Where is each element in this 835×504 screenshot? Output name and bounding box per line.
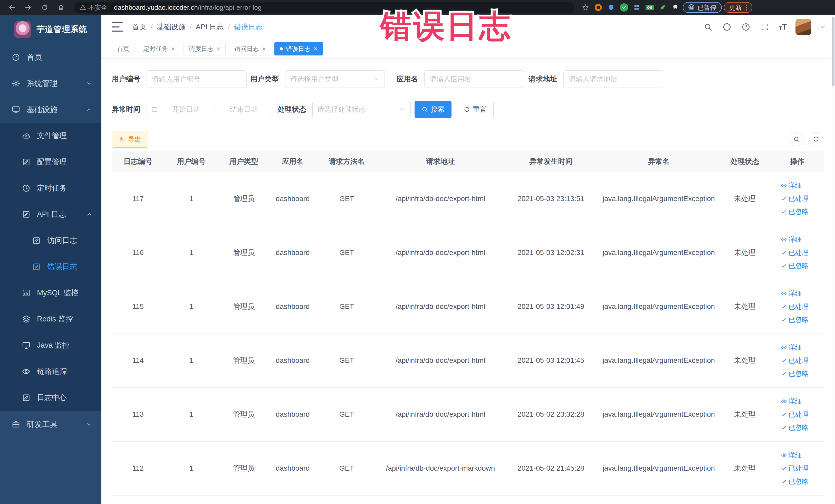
action-label: 已处理: [789, 302, 809, 311]
sidebar-item-scheduled-tasks[interactable]: 定时任务: [0, 175, 101, 201]
detail-link[interactable]: 详细: [781, 343, 802, 352]
font-size-icon[interactable]: TT: [779, 23, 787, 31]
ignored-link[interactable]: 已忽略: [781, 423, 809, 432]
sidebar-item-file-management[interactable]: 文件管理: [0, 123, 101, 149]
browser-menu-icon[interactable]: [746, 5, 747, 11]
breadcrumb-separator: /: [228, 23, 230, 31]
search-icon: [422, 106, 428, 113]
sidebar-item-log-center[interactable]: 日志中心: [0, 385, 101, 411]
close-icon[interactable]: ×: [171, 45, 175, 52]
table-row: 1171管理员dashboardGET/api/infra/db-doc/exp…: [111, 172, 824, 226]
tab-home[interactable]: 首页: [111, 42, 135, 56]
extension-leaf-icon[interactable]: [657, 2, 668, 13]
close-icon[interactable]: ×: [314, 45, 318, 52]
tab-schedule-log[interactable]: 调度日志 ×: [183, 42, 226, 56]
browser-reload-button[interactable]: [38, 2, 52, 13]
browser-home-button[interactable]: [54, 2, 68, 13]
detail-link[interactable]: 详细: [781, 397, 802, 406]
processed-link[interactable]: 已处理: [781, 410, 809, 419]
processed-link[interactable]: 已处理: [781, 302, 809, 311]
github-icon[interactable]: [722, 22, 732, 32]
chevron-down-icon: [373, 76, 380, 82]
sidebar-item-access-log[interactable]: 访问日志: [0, 227, 101, 254]
date-range-picker[interactable]: 开始日期 - 结束日期: [147, 101, 272, 118]
app-name-label: 应用名: [396, 74, 418, 84]
tab-access-log[interactable]: 访问日志 ×: [229, 42, 271, 56]
close-icon[interactable]: ×: [262, 45, 266, 52]
sidebar-item-api-log[interactable]: API 日志: [0, 201, 101, 227]
extension-shield-icon[interactable]: [606, 2, 616, 13]
sidebar-item-infrastructure[interactable]: 基础设施: [0, 97, 101, 123]
ignored-link[interactable]: 已忽略: [781, 315, 809, 324]
scrollbar-thumb[interactable]: [832, 17, 834, 86]
sidebar-item-redis-monitor[interactable]: Redis 监控: [0, 306, 101, 332]
processed-link[interactable]: 已处理: [781, 464, 809, 473]
request-url-label: 请求地址: [529, 74, 557, 84]
breadcrumb-item[interactable]: 首页: [132, 22, 147, 32]
refresh-table-button[interactable]: [809, 132, 823, 146]
extension-on-badge-icon[interactable]: on: [644, 2, 655, 13]
process-status-select[interactable]: 请选择处理状态: [312, 101, 411, 118]
processed-link[interactable]: 已处理: [781, 356, 809, 365]
extension-orange-icon[interactable]: [593, 2, 604, 13]
sidebar-item-java-monitor[interactable]: Java 监控: [0, 332, 101, 358]
action-label: 已处理: [789, 356, 809, 365]
extension-green-check-icon[interactable]: [618, 2, 629, 13]
user-type-select[interactable]: 请选择用户类型: [285, 70, 385, 88]
detail-link[interactable]: 详细: [781, 451, 802, 460]
ignored-link[interactable]: 已忽略: [781, 477, 809, 486]
help-icon[interactable]: [741, 22, 751, 32]
sidebar-item-trace[interactable]: 链路追踪: [0, 358, 101, 385]
avatar[interactable]: [795, 19, 811, 35]
processed-link[interactable]: 已处理: [781, 194, 809, 203]
reset-button[interactable]: 重置: [457, 101, 494, 118]
processed-link[interactable]: 已处理: [781, 248, 809, 257]
ignored-link[interactable]: 已忽略: [781, 207, 809, 216]
sidebar-item-home[interactable]: 首页: [0, 44, 101, 70]
cell-operations: 详细已处理已忽略: [771, 172, 824, 226]
extension-grid-icon[interactable]: [631, 2, 642, 13]
breadcrumb-item[interactable]: 基础设施: [157, 22, 186, 32]
ignored-link[interactable]: 已忽略: [781, 261, 809, 270]
column-header: 异常名: [598, 151, 719, 172]
sidebar-item-dev-tools[interactable]: 研发工具: [0, 411, 101, 438]
sidebar-item-system-management[interactable]: 系统管理: [0, 70, 101, 97]
sidebar-collapse-icon[interactable]: [111, 22, 123, 32]
sidebar-item-error-log[interactable]: 错误日志: [0, 254, 101, 280]
log-icon: [32, 236, 41, 245]
fullscreen-icon[interactable]: [760, 22, 770, 32]
extensions-puzzle-icon[interactable]: [670, 2, 681, 13]
app-logo[interactable]: 芋道管理系统: [0, 15, 101, 44]
browser-back-button[interactable]: [5, 2, 19, 13]
calendar-icon: [151, 106, 158, 113]
profile-paused-badge[interactable]: 😀 已暂停: [683, 2, 722, 13]
detail-link[interactable]: 详细: [781, 235, 802, 244]
search-button[interactable]: 搜索: [414, 101, 451, 118]
chevron-down-icon[interactable]: [820, 24, 826, 30]
app-name-input[interactable]: [424, 70, 524, 88]
refresh-icon: [464, 106, 470, 113]
cell-status: 未处理: [719, 280, 771, 334]
sidebar-item-label: 错误日志: [47, 262, 77, 272]
page-scrollbar[interactable]: [831, 15, 835, 504]
ignored-link[interactable]: 已忽略: [781, 369, 809, 378]
sidebar-item-label: 首页: [27, 52, 42, 63]
sidebar-item-config-management[interactable]: 配置管理: [0, 149, 101, 175]
detail-link[interactable]: 详细: [781, 289, 802, 298]
tab-error-log[interactable]: 错误日志 ×: [274, 42, 323, 56]
browser-forward-button[interactable]: [21, 2, 36, 13]
browser-update-button[interactable]: 更新: [724, 2, 752, 13]
close-icon[interactable]: ×: [217, 45, 220, 52]
export-button[interactable]: 导出: [111, 131, 148, 148]
cell-exception: java.lang.IllegalArgumentException: [598, 280, 719, 334]
detail-link[interactable]: 详细: [781, 181, 802, 190]
user-id-input[interactable]: [147, 70, 247, 88]
sidebar-item-mysql-monitor[interactable]: MySQL 监控: [0, 280, 101, 306]
bookmark-star-icon[interactable]: [580, 2, 591, 13]
toggle-search-button[interactable]: [790, 132, 803, 146]
search-icon[interactable]: [703, 22, 713, 32]
tab-scheduled-tasks[interactable]: 定时任务 ×: [138, 42, 180, 56]
cell-user-type: 管理员: [218, 226, 269, 280]
breadcrumb-item[interactable]: API 日志: [196, 22, 224, 32]
request-url-input[interactable]: [564, 70, 663, 88]
